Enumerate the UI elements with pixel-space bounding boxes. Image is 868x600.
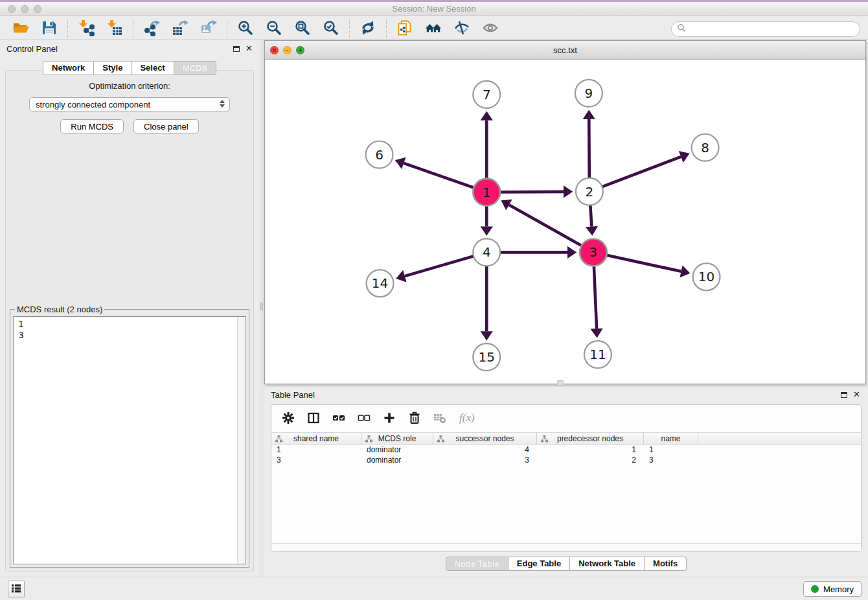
export-image-button[interactable] — [200, 20, 218, 38]
close-table-panel-icon[interactable]: ✕ — [853, 391, 860, 398]
edge-2-9[interactable] — [589, 119, 589, 182]
save-button[interactable] — [40, 20, 58, 38]
edge-3-11[interactable] — [594, 262, 597, 329]
zoom-window-icon[interactable] — [34, 5, 41, 13]
tab-edge-table[interactable]: Edge Table — [508, 557, 570, 571]
home-button[interactable] — [424, 20, 442, 38]
node-label: 14 — [372, 275, 388, 291]
import-network-button[interactable] — [77, 20, 95, 38]
graph-node-9[interactable]: 9 — [575, 80, 602, 107]
close-panel-icon[interactable]: ✕ — [246, 45, 253, 52]
clone-network-button[interactable] — [396, 20, 414, 38]
run-mcds-button[interactable]: Run MCDS — [60, 119, 124, 133]
columns-button[interactable] — [307, 411, 320, 426]
graph-node-11[interactable]: 11 — [584, 341, 611, 368]
memory-button[interactable]: Memory — [803, 581, 862, 597]
mcds-result-scrollbar[interactable] — [237, 317, 246, 564]
edge-4-14[interactable] — [405, 255, 477, 277]
tab-network[interactable]: Network — [43, 61, 94, 75]
table-cell-MCDS-role[interactable]: dominator — [361, 445, 433, 454]
search-input[interactable] — [689, 25, 854, 34]
open-folder-button[interactable] — [12, 20, 30, 38]
delete-button[interactable] — [408, 411, 421, 426]
edge-1-6[interactable] — [404, 163, 477, 189]
close-panel-button[interactable]: Close panel — [133, 119, 199, 133]
mcds-tab-content: Optimization criterion: strongly connect… — [5, 70, 254, 571]
zoom-out-button[interactable] — [265, 20, 283, 38]
table-cell-shared-name[interactable]: 3 — [271, 456, 361, 465]
table-cell-MCDS-role[interactable]: dominator — [361, 456, 433, 465]
mcds-result-box[interactable]: 13 — [13, 316, 246, 564]
import-table-button[interactable] — [106, 20, 124, 38]
zoom-fit-button[interactable] — [293, 20, 312, 38]
show-details-button[interactable] — [481, 20, 499, 38]
graph-node-14[interactable]: 14 — [367, 270, 394, 297]
table-cell-name[interactable]: 3 — [644, 456, 698, 465]
edge-2-8[interactable] — [599, 157, 681, 188]
add-button[interactable] — [383, 411, 396, 426]
tab-motifs[interactable]: Motifs — [645, 557, 687, 571]
column-header-predecessor-nodes[interactable]: predecessor nodes — [537, 433, 644, 444]
tab-node-table[interactable]: Node Table — [446, 557, 508, 571]
export-network-button[interactable] — [143, 20, 161, 38]
close-window-icon[interactable] — [8, 5, 16, 13]
table-cell-predecessor-nodes[interactable]: 2 — [537, 456, 644, 465]
edge-1-2[interactable] — [496, 192, 564, 192]
graph-node-7[interactable]: 7 — [473, 81, 500, 108]
hide-details-button[interactable] — [453, 20, 471, 38]
zoom-view-icon[interactable]: + — [296, 46, 304, 54]
float-table-panel-icon[interactable] — [841, 392, 847, 398]
table-cell-successor-nodes[interactable]: 3 — [433, 456, 537, 465]
refresh-button[interactable] — [359, 20, 377, 38]
edge-3-1[interactable] — [509, 205, 585, 248]
network-window-titlebar[interactable]: ✕−+ scc.txt — [265, 41, 865, 60]
table-row[interactable]: 3dominator323 — [271, 455, 861, 465]
table-cell-shared-name[interactable]: 1 — [271, 445, 361, 454]
column-header-MCDS-role[interactable]: MCDS role — [361, 433, 433, 444]
search-box[interactable] — [671, 21, 860, 37]
select-all-button[interactable] — [332, 411, 345, 426]
graph-node-10[interactable]: 10 — [693, 263, 720, 290]
graph-node-8[interactable]: 8 — [692, 134, 719, 161]
column-header-successor-nodes[interactable]: successor nodes — [433, 433, 537, 444]
network-graph[interactable]: 7968124314101511 — [265, 60, 865, 384]
float-panel-icon[interactable] — [233, 46, 240, 52]
graph-node-1[interactable]: 1 — [473, 179, 500, 206]
tab-network-table[interactable]: Network Table — [570, 557, 645, 571]
tab-mcds[interactable]: MCDS — [174, 61, 216, 75]
zoom-selected-button[interactable] — [322, 20, 340, 38]
graph-node-6[interactable]: 6 — [366, 141, 393, 168]
horizontal-splitter-handle[interactable] — [557, 380, 564, 386]
close-view-icon[interactable]: ✕ — [270, 46, 279, 54]
column-header-name[interactable]: name — [644, 433, 698, 444]
toolbar-group — [227, 20, 350, 38]
task-history-button[interactable] — [8, 581, 25, 597]
vertical-splitter[interactable] — [259, 40, 264, 577]
table-row[interactable]: 1dominator411 — [271, 444, 861, 455]
graph-node-4[interactable]: 4 — [473, 238, 500, 266]
deselect-all-button[interactable] — [358, 411, 371, 426]
node-label: 2 — [586, 184, 594, 200]
table-cell-successor-nodes[interactable]: 4 — [433, 445, 537, 454]
tab-style[interactable]: Style — [94, 61, 131, 75]
column-header-shared-name[interactable]: shared name — [271, 433, 361, 444]
table-cell-name[interactable]: 1 — [644, 445, 698, 454]
zoom-in-button[interactable] — [236, 20, 255, 38]
tab-select[interactable]: Select — [131, 61, 174, 75]
graph-node-3[interactable]: 3 — [580, 238, 607, 266]
network-canvas[interactable]: 7968124314101511 — [265, 60, 865, 384]
table-cell-predecessor-nodes[interactable]: 1 — [537, 445, 644, 454]
vertical-splitter-handle[interactable] — [260, 303, 263, 310]
table-horizontal-scrollbar[interactable] — [271, 543, 861, 551]
graph-node-15[interactable]: 15 — [473, 343, 500, 371]
column-label: shared name — [293, 434, 339, 443]
window-controls[interactable] — [8, 5, 41, 13]
edge-3-10[interactable] — [603, 255, 681, 271]
tree-icon — [437, 435, 444, 443]
export-table-button[interactable] — [171, 20, 189, 38]
graph-node-2[interactable]: 2 — [576, 178, 603, 205]
optimization-criterion-dropdown[interactable]: strongly connected component — [29, 97, 230, 111]
minimize-window-icon[interactable] — [21, 5, 29, 13]
minimize-view-icon[interactable]: − — [283, 46, 291, 54]
gear-button[interactable] — [282, 411, 295, 426]
